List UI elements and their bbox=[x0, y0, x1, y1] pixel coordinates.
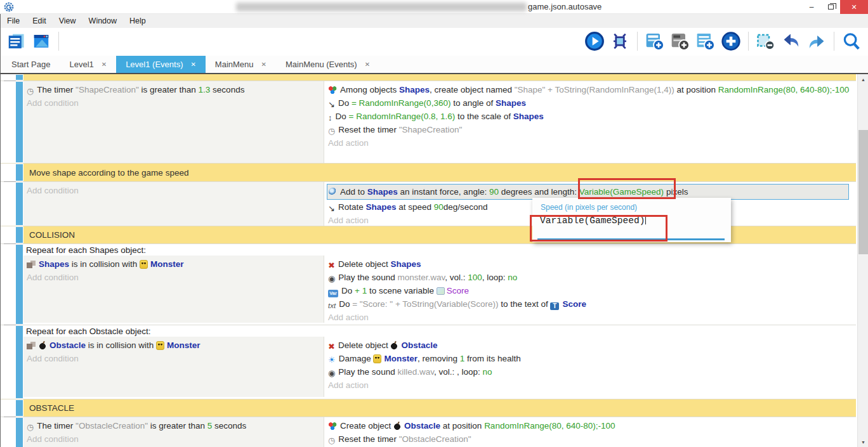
action-line[interactable]: Among objects Shapes, create object name… bbox=[328, 83, 851, 96]
actions-column: ✖Delete object Shapes◉Play the sound mon… bbox=[324, 256, 856, 323]
action-line[interactable]: ◉Play the sound killed.wav, vol.: , loop… bbox=[328, 365, 851, 379]
event-drag-handle[interactable] bbox=[16, 82, 23, 162]
event-drag-handle[interactable] bbox=[16, 227, 23, 243]
tab-close-icon[interactable]: ✕ bbox=[365, 61, 370, 68]
menu-view[interactable]: View bbox=[53, 14, 82, 28]
events-sheet-icon[interactable] bbox=[6, 31, 26, 51]
action-line[interactable]: Create object Obstacle at position Rando… bbox=[328, 419, 851, 432]
event-drag-handle[interactable] bbox=[16, 164, 23, 181]
action-line[interactable]: ◷Reset the timer "ObstacleCreation" bbox=[328, 432, 851, 446]
action-line[interactable]: ↘Do = RandomInRange(0,360) to angle of S… bbox=[328, 96, 851, 110]
condition-line[interactable]: ◷The timer "ObstacleCreation" is greater… bbox=[27, 419, 320, 432]
delete-event-icon[interactable] bbox=[756, 31, 776, 51]
scenevar-icon bbox=[437, 287, 445, 295]
monster-icon bbox=[156, 341, 164, 350]
restore-icon bbox=[828, 4, 834, 10]
brick-icon bbox=[27, 342, 36, 349]
event-drag-handle[interactable] bbox=[16, 183, 23, 225]
tab-close-icon[interactable]: ✕ bbox=[190, 61, 195, 68]
vertical-scrollbar[interactable]: ▲ ▼ bbox=[857, 74, 868, 447]
menu-edit[interactable]: Edit bbox=[26, 14, 53, 28]
conditions-column: Add condition bbox=[23, 182, 324, 226]
add-condition-button[interactable]: Add condition bbox=[27, 271, 320, 284]
foreach-event-header[interactable]: Repeat for each Shapes object: bbox=[23, 244, 856, 256]
conditions-column: ◷The timer "ObstacleCreation" is greater… bbox=[23, 417, 324, 447]
action-line[interactable]: ◷Reset the timer "ShapeCreation" bbox=[328, 123, 851, 136]
add-action-button[interactable]: Add action bbox=[328, 136, 851, 150]
add-condition-button[interactable]: Add condition bbox=[27, 432, 320, 446]
add-action-button[interactable]: Add action bbox=[328, 379, 851, 392]
add-plus-icon[interactable] bbox=[721, 31, 741, 51]
window-title: game.json.autosave bbox=[528, 2, 602, 11]
action-line[interactable]: ✖Delete object Obstacle bbox=[328, 339, 851, 352]
action-line[interactable]: ◉Play the sound monster.wav, vol.: 100, … bbox=[328, 271, 851, 284]
menu-window[interactable]: Window bbox=[82, 14, 123, 28]
comment-row[interactable]: OBSTACLE bbox=[23, 399, 856, 417]
menu-help[interactable]: Help bbox=[123, 14, 152, 28]
add-comment-icon[interactable] bbox=[695, 31, 716, 51]
annotation-rect-expression bbox=[578, 178, 676, 199]
event-drag-handle[interactable] bbox=[16, 418, 23, 447]
add-condition-button[interactable]: Add condition bbox=[27, 184, 320, 197]
add-action-button[interactable]: Add action bbox=[328, 311, 851, 324]
add-subevent-icon[interactable] bbox=[670, 31, 690, 51]
debug-icon[interactable] bbox=[610, 31, 630, 51]
action-line[interactable]: VarDo + 1 to scene variable Score bbox=[328, 284, 851, 297]
undo-icon[interactable] bbox=[781, 31, 801, 51]
conditions-column: Shapes is in collision with MonsterAdd c… bbox=[23, 256, 324, 323]
foreach-event-header[interactable]: Repeat for each Obstacle object: bbox=[23, 325, 856, 337]
scroll-down-arrow[interactable]: ▼ bbox=[858, 437, 868, 447]
search-icon[interactable] bbox=[841, 31, 862, 51]
condition-line[interactable]: ◷The timer "ShapeCreation" is greater th… bbox=[27, 83, 320, 96]
actions-column: Create object Obstacle at position Rando… bbox=[324, 417, 856, 447]
event-drag-handle[interactable] bbox=[16, 245, 23, 324]
comment-row[interactable]: Move shape according to the game speed bbox=[23, 164, 856, 181]
add-condition-button[interactable]: Add condition bbox=[27, 352, 320, 365]
comment-row-partial[interactable] bbox=[23, 74, 856, 81]
close-button[interactable]: ✕ bbox=[840, 0, 868, 14]
toolbar-separator bbox=[58, 32, 59, 51]
events-sheet: ◷The timer "ShapeCreation" is greater th… bbox=[0, 74, 857, 447]
action-line[interactable]: ☀Damage Monster, removing 1 from its hea… bbox=[328, 352, 851, 365]
tab-close-icon[interactable]: ✕ bbox=[261, 61, 266, 68]
sound-icon: ◉ bbox=[328, 369, 335, 377]
condition-line[interactable]: Obstacle is in collision with Monster bbox=[27, 339, 320, 352]
app-logo-icon bbox=[4, 2, 14, 12]
delete-icon: ✖ bbox=[328, 342, 335, 351]
title-bar: game.json.autosave – ✕ bbox=[0, 0, 868, 14]
menu-file[interactable]: File bbox=[1, 14, 26, 28]
scroll-thumb[interactable] bbox=[858, 130, 868, 254]
conditions-column: ◷The timer "ShapeCreation" is greater th… bbox=[23, 81, 324, 163]
tab-label: Level1 (Events) bbox=[126, 60, 183, 69]
tab-close-icon[interactable]: ✕ bbox=[102, 61, 107, 68]
event-drag-handle[interactable] bbox=[16, 326, 23, 398]
event-drag-handle[interactable] bbox=[16, 400, 23, 416]
app-window: game.json.autosave – ✕ FileEditViewWindo… bbox=[0, 0, 868, 447]
bomb-icon bbox=[390, 341, 398, 349]
tab-mainmenu-events[interactable]: MainMenu (Events)✕ bbox=[276, 56, 379, 73]
timer-icon: ◷ bbox=[27, 87, 34, 95]
action-line[interactable]: ↕Do = RandomInRange(0.8, 1.6) to the sca… bbox=[328, 110, 851, 123]
condition-line[interactable]: Shapes is in collision with Monster bbox=[27, 257, 320, 271]
textobj-icon: T bbox=[550, 302, 559, 310]
add-event-icon[interactable] bbox=[645, 31, 665, 51]
tab-mainmenu[interactable]: MainMenu✕ bbox=[206, 56, 276, 73]
var-icon: Var bbox=[328, 290, 338, 297]
conditions-column: Obstacle is in collision with MonsterAdd… bbox=[23, 337, 324, 397]
redo-icon[interactable] bbox=[806, 31, 827, 51]
action-line[interactable]: ✖Delete object Shapes bbox=[328, 257, 851, 271]
restore-button[interactable] bbox=[821, 0, 840, 14]
comment-row[interactable]: COLLISION bbox=[23, 226, 856, 243]
preview-play-icon[interactable] bbox=[584, 31, 605, 51]
create-icon bbox=[328, 422, 337, 430]
tab-level1[interactable]: Level1✕ bbox=[60, 56, 116, 73]
add-condition-button[interactable]: Add condition bbox=[27, 96, 320, 110]
tab-level1-events[interactable]: Level1 (Events)✕ bbox=[116, 56, 206, 73]
event-drag-handle[interactable] bbox=[16, 75, 23, 80]
minimize-button[interactable]: – bbox=[802, 0, 821, 14]
scroll-up-arrow[interactable]: ▲ bbox=[858, 74, 868, 84]
scene-editor-icon[interactable] bbox=[31, 31, 51, 51]
tab-start-page[interactable]: Start Page bbox=[2, 56, 60, 73]
timer-icon: ◷ bbox=[27, 423, 34, 431]
action-line[interactable]: txtDo = "Score: " + ToString(Variable(Sc… bbox=[328, 297, 851, 311]
